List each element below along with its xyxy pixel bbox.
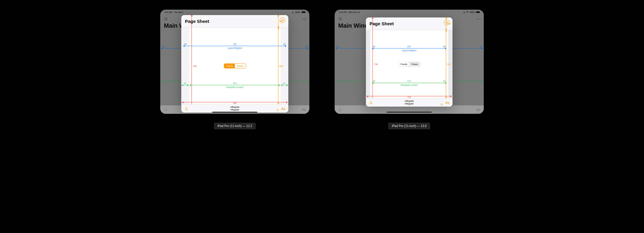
layout-margins-guide [372, 48, 446, 48]
height-guide-left [192, 15, 192, 113]
device-bezel: 9:41 AMTue Jan 9▲100%Main Window20202612… [157, 6, 313, 117]
status-time: 2:23 PM [339, 11, 347, 13]
share-icon[interactable] [369, 101, 373, 105]
wifi-icon: ▲ [292, 11, 294, 13]
home-indicator [212, 112, 257, 113]
height-value-full: 746 [374, 63, 378, 65]
readable-width: 672 [233, 82, 237, 85]
layout-margin-width: 672 [407, 45, 411, 48]
readable-content-left-guide [182, 85, 189, 85]
status-battery: 100% [469, 11, 475, 13]
unit-pixels[interactable]: Pixels [409, 62, 420, 67]
home-indicator [387, 112, 432, 113]
sheet-footer: wRegularhRegularAa50 [366, 98, 452, 107]
layout-margin-left: 20 [373, 45, 375, 48]
unit-toggle[interactable]: PointsPixels [224, 64, 246, 69]
size-class-label: wRegularhRegular [230, 106, 239, 111]
wifi-icon: ▲ [463, 11, 465, 13]
sheet-footer: wRegularhRegularAa70 [181, 104, 288, 113]
layout-margin-right: 20 [283, 43, 286, 46]
unit-toggle[interactable]: PointsPixels [398, 62, 420, 67]
readable-left: 81 [184, 82, 186, 85]
layout-margins-guide [183, 46, 286, 46]
device-bezel: 2:23 PMWed Jun 12▲☰100%Main Window202026… [331, 6, 487, 117]
status-battery: 100% [295, 11, 300, 13]
status-time: 9:41 AM [164, 11, 172, 13]
page-sheet: Page Sheet✕8141066382079420Layout Margin… [181, 15, 288, 113]
readable-label: Readable Content [226, 86, 243, 88]
safe-area-bottom-value: 50 [440, 103, 443, 105]
device-caption: iPad Pro (11-inch) — 12.2 [214, 123, 256, 129]
height-value-top: 106 [279, 20, 283, 22]
height-guide-left [373, 17, 373, 102]
readable-content-right-guide [281, 85, 288, 85]
text-size-icon[interactable]: Aa [281, 107, 285, 110]
status-date: Wed Jun 12 [348, 11, 360, 13]
device-caption: iPad Pro (11-inch) — 13.0 [388, 123, 430, 129]
unit-points[interactable]: Points [398, 62, 409, 67]
unit-pixels[interactable]: Pixels [235, 64, 245, 68]
sheet-header: Page Sheet✕ [181, 15, 288, 28]
height-guide-mid [278, 28, 278, 104]
unit-points[interactable]: Points [224, 64, 235, 68]
layout-margin-right: 20 [443, 45, 446, 48]
height-value-top: 102 [447, 23, 451, 25]
readable-left: 20 [373, 80, 375, 83]
page-sheet: Page Sheet✕7461025942067220Layout Margin… [366, 17, 452, 107]
height-value-mid: 594 [447, 63, 451, 65]
sheet-body: 7461025942067220Layout Margins2020672Rea… [366, 30, 452, 98]
sheet-title: Page Sheet [185, 19, 209, 24]
height-guide-top [446, 17, 446, 30]
share-icon[interactable] [184, 107, 189, 111]
size-class-label: wRegularhRegular [404, 100, 414, 105]
battery-icon [476, 11, 480, 13]
layout-margin-label: Layout Margins [402, 49, 416, 51]
readable-content-guide [372, 83, 446, 83]
readable-right: 81 [283, 82, 286, 85]
sheet-header: Page Sheet✕ [366, 17, 452, 30]
text-size-icon[interactable]: Aa [446, 101, 449, 104]
layout-margin-label: Layout Margins [228, 47, 242, 49]
readable-content-guide [190, 85, 280, 85]
status-bar: 9:41 AMTue Jan 9▲100% [160, 10, 309, 14]
safe-area-bottom-value: 70 [276, 109, 279, 111]
cell-icon: ☰ [466, 11, 468, 13]
battery-icon [302, 11, 305, 13]
sheet-body: 8141066382079420Layout Margins8181672Rea… [181, 28, 288, 104]
height-value-mid: 638 [279, 65, 283, 67]
readable-right: 20 [443, 80, 446, 83]
readable-width: 672 [407, 80, 411, 83]
sheet-title: Page Sheet [370, 21, 394, 26]
height-value-full: 814 [193, 65, 197, 67]
status-bar: 2:23 PMWed Jun 12▲☰100% [335, 10, 484, 14]
height-guide-top [278, 15, 278, 28]
layout-margin-left: 20 [184, 43, 186, 46]
height-guide-mid [446, 30, 446, 98]
readable-label: Readable Content [401, 84, 418, 86]
status-date: Tue Jan 9 [174, 11, 183, 13]
layout-margin-width: 794 [233, 43, 237, 46]
